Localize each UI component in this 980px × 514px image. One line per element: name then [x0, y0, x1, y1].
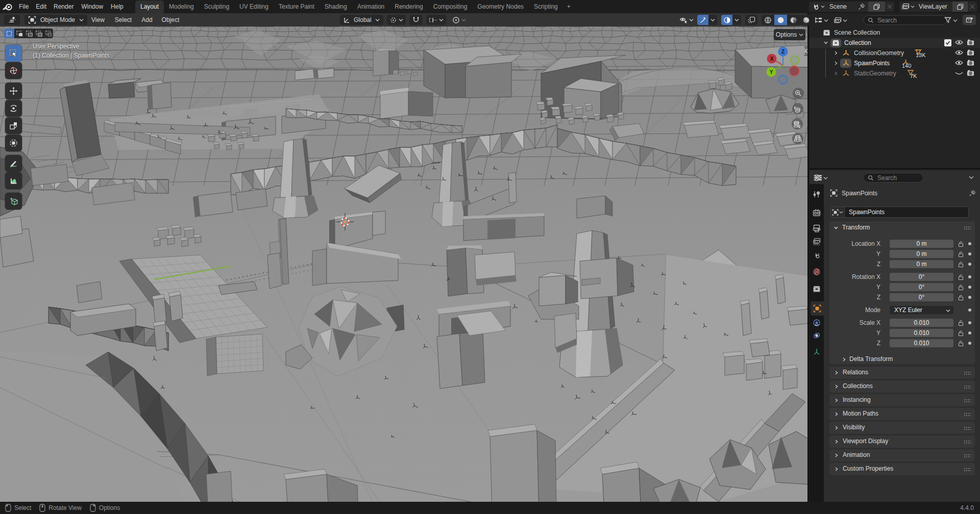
svg-text:X: X: [770, 56, 774, 62]
svg-text:Y: Y: [770, 69, 773, 75]
svg-text:Z: Z: [781, 49, 785, 55]
